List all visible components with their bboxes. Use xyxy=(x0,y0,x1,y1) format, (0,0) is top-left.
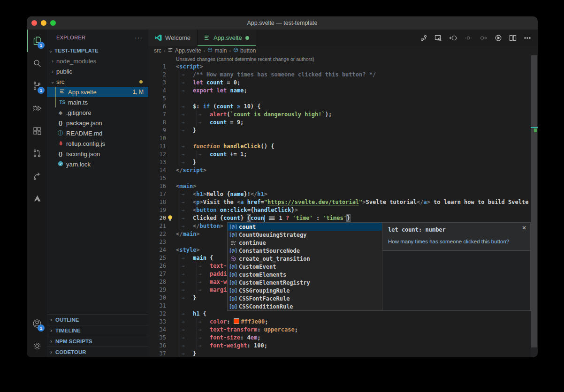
window-title: App.svelte — test-template xyxy=(27,20,538,26)
tree-item-README.md[interactable]: ⓘREADME.md xyxy=(47,128,148,138)
codelens-unsaved-changes[interactable]: Unsaved changes (cannot determine recent… xyxy=(148,55,531,63)
suggest-item-create_out_transition[interactable]: create_out_transition xyxy=(228,255,382,263)
code-editor[interactable]: Unsaved changes (cannot determine recent… xyxy=(148,55,531,357)
indent-guide: → xyxy=(180,222,193,230)
tree-item-src[interactable]: ⌄src xyxy=(47,76,148,87)
suggest-item-CustomEvent[interactable]: [@]CustomEvent xyxy=(228,263,382,271)
code-action-lightbulb-icon[interactable] xyxy=(167,215,174,222)
code-line-content: </main> xyxy=(176,230,200,238)
tree-item-main.ts[interactable]: TSmain.ts xyxy=(47,97,148,107)
code-line-17[interactable]: 17→<h1>Hello {name}!</h1> xyxy=(148,190,531,198)
breadcrumb-item-button[interactable]: button xyxy=(233,47,256,54)
suggest-item-customElements[interactable]: [@]customElements xyxy=(228,271,382,279)
code-line-37[interactable]: 37→} xyxy=(148,350,531,357)
tree-item-rollup.config.js[interactable]: rollup.config.js xyxy=(47,138,148,149)
close-icon[interactable]: ✕ xyxy=(522,225,526,231)
panel-header-npm-scripts[interactable]: ›NPM SCRIPTS xyxy=(47,336,148,347)
code-line-2[interactable]: 2→/** How many times has someone clicked… xyxy=(148,71,531,79)
code-line-9[interactable]: 9→} xyxy=(148,127,531,135)
code-line-33[interactable]: 33→→color: #ff3e00; xyxy=(148,318,531,326)
code-line-7[interactable]: 7→→alert(`count is dangerously high!`); xyxy=(148,111,531,119)
editor-scrollbar[interactable] xyxy=(531,55,538,357)
line-number: 12 xyxy=(148,151,176,158)
accounts-activity-icon[interactable]: 1 xyxy=(27,312,47,335)
line-number: 17 xyxy=(148,190,176,198)
code-line-6[interactable]: 6→$: if (count ≥ 10) { xyxy=(148,103,531,111)
code-line-content: →→count = 9; xyxy=(176,119,244,127)
line-number: 4 xyxy=(148,87,176,95)
code-line-15[interactable]: 15 xyxy=(148,174,531,182)
breadcrumb-item-App.svelte[interactable]: App.svelte xyxy=(168,47,201,54)
code-line-5[interactable]: 5 xyxy=(148,95,531,103)
code-line-18[interactable]: 18→<p>Visit the <a href="https://svelte.… xyxy=(148,198,531,206)
panel-header-timeline[interactable]: ›TIMELINE xyxy=(47,325,148,336)
tab-app-svelte[interactable]: App.svelte xyxy=(198,30,256,46)
code-line-3[interactable]: 3→let count = 0; xyxy=(148,79,531,87)
tree-item-yarn.lock[interactable]: yarn.lock xyxy=(47,159,148,169)
info-file-icon: ⓘ xyxy=(56,129,65,137)
search-activity-icon[interactable] xyxy=(27,52,47,75)
suggest-item-CustomElementRegistry[interactable]: [@]CustomElementRegistry xyxy=(228,279,382,286)
code-line-36[interactable]: 36→→font-weight: 100; xyxy=(148,342,531,350)
tab-welcome[interactable]: Welcome xyxy=(148,30,198,46)
sidebar-more-actions-icon[interactable]: ··· xyxy=(135,34,143,41)
suggest-item-CSSConditionRule[interactable]: [@]CSSConditionRule xyxy=(228,302,382,310)
codetour-current-step-icon[interactable] xyxy=(465,34,472,42)
code-line-content: →} xyxy=(176,350,196,357)
code-line-10[interactable]: 10 xyxy=(148,135,531,143)
code-line-16[interactable]: 16<main> xyxy=(148,182,531,190)
scrollbar-thumb[interactable] xyxy=(531,55,537,347)
tree-item-package.json[interactable]: {}package.json xyxy=(47,118,148,128)
open-preview-icon[interactable] xyxy=(434,34,442,42)
code-line-35[interactable]: 35→→font-size: 4em; xyxy=(148,334,531,342)
code-line-14[interactable]: 14</script> xyxy=(148,166,531,174)
code-line-4[interactable]: 4→export let name; xyxy=(148,87,531,95)
suggest-item-CountQueuingStrategy[interactable]: [@]CountQueuingStrategy xyxy=(228,231,382,239)
code-line-20[interactable]: 20→Clicked {count} {coun ≡ 1 ? 'time' : … xyxy=(148,214,531,222)
split-editor-icon[interactable] xyxy=(509,34,517,42)
code-line-11[interactable]: 11→function handleClick() { xyxy=(148,143,531,151)
explorer-activity-icon[interactable]: 1 xyxy=(27,30,47,52)
suggest-details-panel: let count: number How many times has som… xyxy=(382,222,531,311)
code-line-13[interactable]: 13→} xyxy=(148,158,531,166)
suggest-item-count[interactable]: [@]count xyxy=(228,223,382,231)
suggest-item-CSSFontFaceRule[interactable]: [@]CSSFontFaceRule xyxy=(228,294,382,302)
code-line-12[interactable]: 12→→count += 1; xyxy=(148,151,531,158)
tree-item-.gitignore[interactable]: ◆.gitignore xyxy=(47,107,148,118)
tree-item-public[interactable]: ›public xyxy=(47,66,148,76)
overview-ruler-modified-mark xyxy=(534,128,537,132)
live-share-activity-icon[interactable] xyxy=(27,165,47,187)
azure-activity-icon[interactable] xyxy=(27,187,47,210)
azure-triangle-icon xyxy=(32,193,42,204)
run-debug-activity-icon[interactable] xyxy=(27,97,47,120)
start-codetour-icon[interactable] xyxy=(495,34,502,42)
tree-item-node_modules[interactable]: ›node_modules xyxy=(47,56,148,66)
github-pull-requests-activity-icon[interactable] xyxy=(27,142,47,165)
tree-item-App.svelte[interactable]: App.svelte1, M xyxy=(47,87,148,97)
code-line-8[interactable]: 8→→count = 9; xyxy=(148,119,531,127)
breadcrumb-label: App.svelte xyxy=(175,47,201,54)
tree-item-tsconfig.json[interactable]: {}tsconfig.json xyxy=(47,149,148,159)
more-actions-icon[interactable] xyxy=(524,34,531,42)
panel-header-codetour[interactable]: ›CODETOUR xyxy=(47,347,148,357)
extensions-activity-icon[interactable] xyxy=(27,120,47,142)
source-control-activity-icon[interactable]: 1 xyxy=(27,75,47,97)
code-line-content: →$: if (count ≥ 10) { xyxy=(176,103,261,111)
code-line-19[interactable]: 19→<button on:click={handleClick}> xyxy=(148,206,531,214)
compare-changes-icon[interactable] xyxy=(420,34,427,42)
settings-activity-icon[interactable] xyxy=(27,335,47,357)
workspace-root-folder[interactable]: ⌄ TEST-TEMPLATE xyxy=(47,45,148,56)
code-line-1[interactable]: 1<script> xyxy=(148,63,531,71)
panel-header-outline[interactable]: ›OUTLINE xyxy=(47,314,148,325)
panel-header-label: CODETOUR xyxy=(55,349,86,355)
breadcrumb-item-main[interactable]: main xyxy=(207,47,227,54)
code-line-34[interactable]: 34→→text-transform: uppercase; xyxy=(148,326,531,334)
code-line-content: →→font-size: 4em; xyxy=(176,334,260,342)
suggest-item-CSSGroupingRule[interactable]: [@]CSSGroupingRule xyxy=(228,286,382,294)
suggest-item-ConstantSourceNode[interactable]: [@]ConstantSourceNode xyxy=(228,247,382,255)
breadcrumb-item-src[interactable]: src xyxy=(154,47,161,54)
codetour-previous-icon[interactable] xyxy=(449,34,457,42)
suggest-item-continue[interactable]: continue xyxy=(228,239,382,247)
code-line-32[interactable]: 32→h1 { xyxy=(148,310,531,318)
codetour-next-icon[interactable] xyxy=(479,34,488,42)
